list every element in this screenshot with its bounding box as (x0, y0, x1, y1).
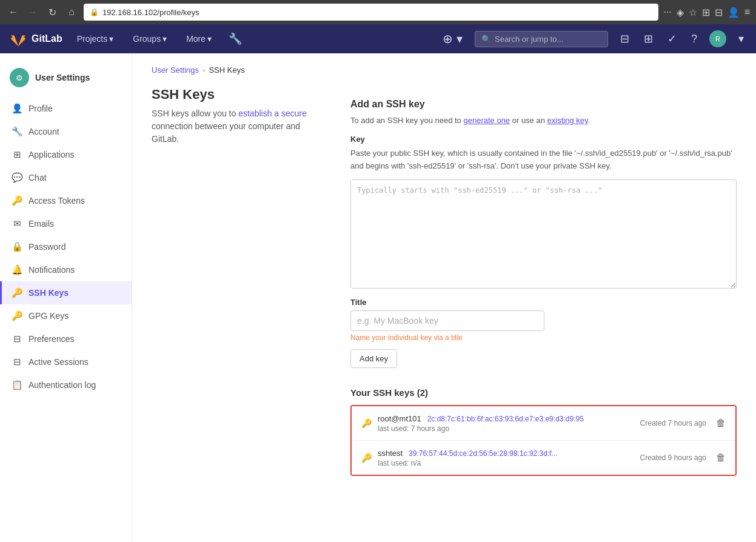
sidebar-item-active-sessions[interactable]: ⊟ Active Sessions (0, 350, 132, 373)
help-icon-button[interactable]: ? (689, 30, 700, 48)
ssh-keys-list: 🔑 root@mt101 2c:d8:7c:61:bb:6f:ac:63:93:… (350, 405, 737, 476)
sidebar-item-applications[interactable]: ⊞ Applications (0, 143, 132, 166)
auth-log-icon: 📋 (12, 380, 22, 390)
groups-menu[interactable]: Groups ▾ (128, 32, 172, 46)
key-textarea[interactable] (350, 179, 737, 289)
ssh-key-info: sshtest 39:76:57:44:5d:ce:2d:56:5e:28:98… (378, 448, 640, 467)
sidebar-item-chat[interactable]: 💬 Chat (0, 166, 132, 189)
page-description: SSH keys allow you to establish a secure… (152, 107, 321, 146)
issues-icon-button[interactable]: ⊟ (618, 30, 632, 48)
gpg-keys-icon: 🔑 (12, 310, 22, 321)
wrench-icon-button[interactable]: 🔧 (226, 30, 244, 48)
security-icon: 🔒 (90, 8, 99, 16)
home-button[interactable]: ⌂ (64, 5, 79, 19)
ssh-key-name: sshtest (378, 449, 403, 458)
merge-requests-icon-button[interactable]: ⊞ (641, 30, 655, 48)
sidebar-item-emails[interactable]: ✉ Emails (0, 212, 132, 235)
chevron-down-icon: ▾ (109, 34, 113, 44)
key-icon: 🔑 (361, 418, 372, 428)
sidebar-item-gpg-keys[interactable]: 🔑 GPG Keys (0, 304, 132, 327)
generate-key-link[interactable]: generate one (463, 116, 510, 125)
ssh-key-lastused: last used: 7 hours ago (378, 424, 640, 433)
delete-key-button[interactable]: 🗑 (716, 418, 726, 429)
ssh-key-created: Created 7 hours ago (640, 419, 706, 427)
chevron-down-icon: ▾ (162, 34, 167, 44)
sidebar-item-preferences[interactable]: ⊟ Preferences (0, 327, 132, 350)
applications-icon: ⊞ (12, 149, 22, 160)
chat-icon: 💬 (12, 172, 22, 183)
library-button[interactable]: ⊞ (702, 7, 710, 18)
forward-button[interactable]: → (25, 5, 40, 19)
ssh-key-name-fingerprint: sshtest 39:76:57:44:5d:ce:2d:56:5e:28:98… (378, 448, 640, 458)
user-menu-chevron[interactable]: ▾ (736, 30, 746, 48)
active-sessions-icon: ⊟ (12, 356, 22, 367)
global-search[interactable]: 🔍 Search or jump to... (475, 31, 608, 47)
delete-key-button[interactable]: 🗑 (716, 452, 726, 463)
browser-chrome: ← → ↻ ⌂ 🔒 192.168.16.102/profile/keys ··… (0, 0, 756, 24)
content-grid: SSH Keys SSH keys allow you to establish… (152, 87, 737, 476)
add-key-button[interactable]: Add key (350, 349, 397, 368)
breadcrumb-current: SSH Keys (209, 65, 244, 75)
ssh-key-fingerprint: 2c:d8:7c:61:bb:6f:ac:63:93:6d:e7:e3:e9:d… (427, 415, 584, 423)
url-text: 192.168.16.102/profile/keys (102, 8, 652, 17)
sidebar-user-avatar: ⚙ (10, 68, 29, 87)
browser-actions: ··· ◈ ☆ ⊞ ⊟ 👤 ≡ (663, 7, 750, 18)
emails-icon: ✉ (12, 218, 22, 229)
notifications-icon: 🔔 (12, 264, 22, 275)
access-tokens-icon: 🔑 (12, 195, 22, 206)
ssh-key-created: Created 9 hours ago (640, 453, 706, 462)
key-field-group: Key Paste your public SSH key, which is … (350, 135, 737, 291)
title-field-group: Title Name your individual key via a tit… (350, 298, 737, 342)
ssh-key-name-fingerprint: root@mt101 2c:d8:7c:61:bb:6f:ac:63:93:6d… (378, 413, 640, 423)
more-options-button[interactable]: ··· (663, 7, 671, 18)
right-column: Add an SSH key To add an SSH key you nee… (350, 87, 737, 476)
preferences-icon: ⊟ (12, 333, 22, 344)
add-ssh-key-title: Add an SSH key (350, 99, 737, 110)
sidebar-item-profile[interactable]: 👤 Profile (0, 97, 132, 120)
main-layout: ⚙ User Settings 👤 Profile 🔧 Account ⊞ Ap… (0, 53, 756, 542)
pocket-button[interactable]: ◈ (677, 7, 684, 18)
back-button[interactable]: ← (6, 5, 21, 19)
sidebar-item-access-tokens[interactable]: 🔑 Access Tokens (0, 189, 132, 212)
sidebar-title: User Settings (35, 73, 90, 82)
main-content: User Settings › SSH Keys SSH Keys SSH ke… (132, 53, 756, 542)
ssh-keys-icon: 🔑 (12, 287, 22, 298)
menu-button[interactable]: ≡ (744, 7, 750, 18)
page-title: SSH Keys (152, 87, 321, 102)
sidebar-item-ssh-keys[interactable]: 🔑 SSH Keys (0, 281, 132, 304)
more-menu[interactable]: More ▾ (181, 32, 216, 46)
title-label: Title (350, 298, 737, 307)
sidebar-item-password[interactable]: 🔒 Password (0, 235, 132, 258)
password-icon: 🔒 (12, 241, 22, 252)
key-description: Paste your public SSH key, which is usua… (350, 147, 737, 173)
gitlab-logo[interactable]: GitLab (10, 30, 62, 47)
existing-key-link[interactable]: existing key (547, 116, 588, 125)
profile-button[interactable]: 👤 (728, 7, 740, 18)
account-icon: 🔧 (12, 126, 22, 137)
title-input[interactable] (350, 310, 544, 331)
sidebar-item-account[interactable]: 🔧 Account (0, 120, 132, 143)
reload-button[interactable]: ↻ (45, 5, 59, 19)
user-avatar[interactable]: R (709, 30, 726, 47)
ssh-key-lastused: last used: n/a (378, 459, 640, 467)
sidebar-item-notifications[interactable]: 🔔 Notifications (0, 258, 132, 281)
new-item-button[interactable]: ⊕ ▾ (440, 29, 465, 49)
bookmark-button[interactable]: ☆ (689, 7, 697, 18)
sidebar: ⚙ User Settings 👤 Profile 🔧 Account ⊞ Ap… (0, 53, 132, 542)
title-hint: Name your individual key via a title (350, 333, 737, 342)
ssh-key-name: root@mt101 (378, 414, 421, 423)
key-icon: 🔑 (361, 453, 372, 463)
extensions-button[interactable]: ⊟ (715, 7, 723, 18)
sidebar-item-auth-log[interactable]: 📋 Authentication log (0, 373, 132, 396)
projects-menu[interactable]: Projects ▾ (72, 32, 119, 46)
breadcrumb: User Settings › SSH Keys (152, 65, 737, 75)
todos-icon-button[interactable]: ✓ (665, 30, 679, 48)
ssh-keys-list-section: Your SSH keys (2) 🔑 root@mt101 2c:d8:7c:… (350, 387, 737, 476)
add-ssh-key-section: Add an SSH key To add an SSH key you nee… (350, 99, 737, 368)
search-icon: 🔍 (481, 35, 491, 44)
chevron-down-icon: ▾ (207, 34, 212, 44)
ssh-key-info: root@mt101 2c:d8:7c:61:bb:6f:ac:63:93:6d… (378, 413, 640, 433)
breadcrumb-separator: › (202, 65, 205, 75)
breadcrumb-parent-link[interactable]: User Settings (152, 65, 199, 75)
address-bar[interactable]: 🔒 192.168.16.102/profile/keys (84, 4, 658, 21)
